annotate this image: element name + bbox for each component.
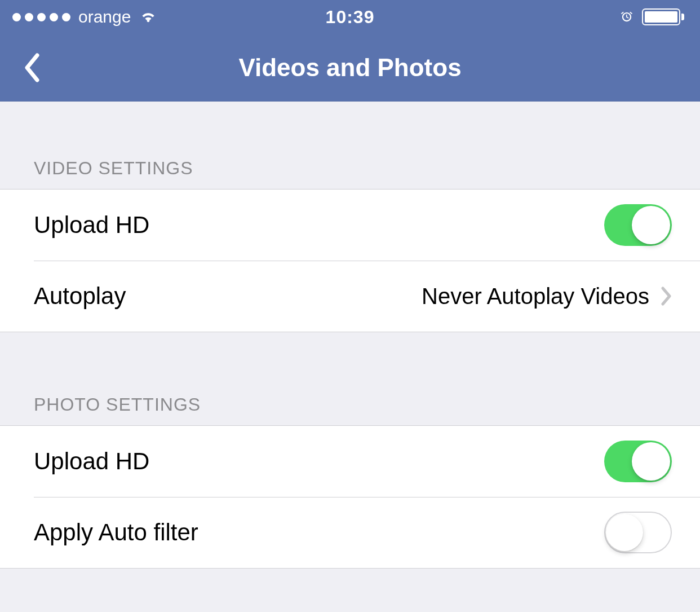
wifi-icon <box>139 7 158 27</box>
autoplay-value: Never Autoplay Videos <box>422 284 649 309</box>
chevron-right-icon <box>661 287 672 306</box>
row-autoplay[interactable]: Autoplay Never Autoplay Videos <box>0 261 700 332</box>
row-auto-filter: Apply Auto filter <box>0 497 700 568</box>
carrier-label: orange <box>78 7 131 27</box>
row-photo-upload-hd: Upload HD <box>0 426 700 497</box>
section-photo: Upload HD Apply Auto filter <box>0 425 700 569</box>
row-label: Autoplay <box>34 283 126 310</box>
clock-time: 10:39 <box>326 7 375 28</box>
row-video-upload-hd: Upload HD <box>0 190 700 261</box>
status-left: orange <box>12 7 158 27</box>
row-label: Upload HD <box>34 448 149 475</box>
toggle-video-upload-hd[interactable] <box>604 204 672 246</box>
back-button[interactable] <box>18 51 45 85</box>
battery-icon <box>642 8 684 25</box>
nav-header: Videos and Photos <box>0 34 700 102</box>
chevron-left-icon <box>24 53 39 82</box>
status-right <box>619 8 684 25</box>
row-label: Apply Auto filter <box>34 519 198 546</box>
alarm-icon <box>619 10 634 24</box>
section-video: Upload HD Autoplay Never Autoplay Videos <box>0 189 700 332</box>
cellular-signal-icon <box>12 13 70 21</box>
toggle-photo-upload-hd[interactable] <box>604 441 672 482</box>
toggle-auto-filter[interactable] <box>604 512 672 553</box>
row-label: Upload HD <box>34 212 149 239</box>
section-header-video: VIDEO SETTINGS <box>0 158 700 189</box>
status-bar: orange 10:39 <box>0 0 700 34</box>
page-title: Videos and Photos <box>238 54 461 82</box>
section-header-photo: PHOTO SETTINGS <box>0 394 700 425</box>
